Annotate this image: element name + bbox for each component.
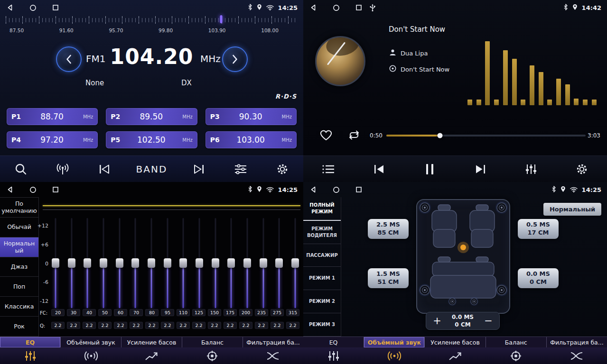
- next-track-button[interactable]: [470, 159, 491, 180]
- eq-slider-knob[interactable]: [116, 258, 123, 268]
- filter-tab-icon[interactable]: [546, 347, 607, 364]
- scan-button[interactable]: [10, 159, 31, 180]
- back-button[interactable]: [6, 3, 14, 12]
- surround-tab-icon[interactable]: [364, 347, 425, 364]
- band-button[interactable]: BAND: [136, 159, 168, 180]
- eq-band-slider[interactable]: [179, 218, 187, 308]
- preset-button[interactable]: P1 88.70 MHz: [7, 108, 98, 125]
- eq-band-slider[interactable]: [115, 218, 124, 308]
- home-button[interactable]: [28, 185, 37, 194]
- preset-button[interactable]: P3 90.30 MHz: [205, 108, 297, 125]
- preset-button[interactable]: P6 103.00 MHz: [205, 131, 297, 148]
- home-button[interactable]: [332, 185, 340, 194]
- eq-band-slider[interactable]: [243, 218, 252, 308]
- audio-tab[interactable]: Фильтрация ба...: [547, 337, 607, 347]
- home-button[interactable]: [28, 3, 37, 12]
- recents-button[interactable]: [51, 185, 60, 194]
- repeat-button[interactable]: [347, 129, 361, 143]
- filter-tab-icon[interactable]: [243, 347, 303, 364]
- eq-band-slider[interactable]: [147, 218, 156, 308]
- audio-tab[interactable]: Усиление басов: [121, 337, 182, 347]
- favorite-button[interactable]: [319, 129, 333, 143]
- audio-tab[interactable]: Баланс: [486, 337, 547, 347]
- audio-tab[interactable]: EQ: [0, 337, 61, 347]
- progress-bar[interactable]: [386, 135, 586, 136]
- recents-button[interactable]: [51, 3, 60, 12]
- eq-preset-item[interactable]: По умолчанию: [0, 198, 38, 218]
- delay-decrease-button[interactable]: −: [482, 316, 495, 326]
- surround-mode-item[interactable]: РЕЖИМ ВОДИТЕЛЯ: [303, 221, 341, 244]
- surround-mode-item[interactable]: ПОЛНЫЙ РЕЖИМ: [303, 197, 341, 221]
- audio-tab[interactable]: Объёмный звук: [364, 337, 425, 347]
- tuner-indicator[interactable]: [220, 15, 222, 23]
- rear-right-delay-button[interactable]: 0.0 MS 0 CM: [518, 268, 559, 288]
- rear-left-delay-button[interactable]: 1.5 MS 51 CM: [368, 268, 409, 288]
- eq-band-slider[interactable]: [131, 218, 140, 308]
- eq-preset-item[interactable]: Нормальный: [0, 237, 38, 257]
- surround-mode-item[interactable]: РЕЖИМ 1: [303, 267, 341, 290]
- eq-slider-knob[interactable]: [100, 258, 107, 268]
- surround-preset-button[interactable]: Нормальный: [543, 203, 601, 216]
- surround-mode-item[interactable]: РЕЖИМ 3: [303, 313, 341, 337]
- settings-gear-button[interactable]: [272, 159, 293, 180]
- eq-slider-knob[interactable]: [164, 258, 171, 268]
- eq-band-slider[interactable]: [211, 218, 220, 308]
- settings-gear-button[interactable]: [571, 159, 592, 180]
- audio-tab[interactable]: EQ: [303, 337, 364, 347]
- back-button[interactable]: [309, 3, 318, 12]
- progress-knob[interactable]: [438, 133, 443, 138]
- eq-band-slider[interactable]: [163, 218, 172, 308]
- eq-band-slider[interactable]: [99, 218, 108, 308]
- eq-slider-knob[interactable]: [196, 258, 203, 268]
- eq-band-slider[interactable]: [195, 218, 204, 308]
- eq-band-slider[interactable]: [275, 218, 283, 308]
- playlist-button[interactable]: [318, 159, 339, 180]
- eq-slider-knob[interactable]: [212, 258, 219, 268]
- recents-button[interactable]: [355, 185, 363, 194]
- equalizer-button[interactable]: [521, 159, 542, 180]
- next-station-button[interactable]: [188, 159, 209, 180]
- preset-button[interactable]: P2 89.50 MHz: [106, 108, 197, 125]
- eq-slider-knob[interactable]: [131, 258, 139, 268]
- eq-slider-knob[interactable]: [275, 258, 283, 268]
- audio-tab[interactable]: Баланс: [182, 337, 243, 347]
- preset-button[interactable]: P4 97.20 MHz: [7, 131, 98, 148]
- back-button[interactable]: [309, 185, 318, 194]
- eq-slider-knob[interactable]: [227, 258, 235, 268]
- bass-boost-tab-icon[interactable]: [121, 347, 182, 364]
- eq-slider-knob[interactable]: [52, 258, 59, 268]
- eq-band-slider[interactable]: [227, 218, 235, 308]
- eq-band-slider[interactable]: [291, 218, 299, 308]
- eq-slider-knob[interactable]: [179, 258, 187, 268]
- previous-station-button[interactable]: [94, 159, 115, 180]
- eq-band-slider[interactable]: [51, 218, 60, 308]
- audio-tab[interactable]: Фильтрация ба...: [243, 337, 303, 347]
- eq-tab-icon[interactable]: [0, 347, 61, 364]
- eq-preset-item[interactable]: Поп: [0, 277, 38, 297]
- front-left-delay-button[interactable]: 2.5 MS 85 CM: [368, 219, 409, 239]
- home-button[interactable]: [332, 3, 340, 12]
- delay-increase-button[interactable]: +: [431, 316, 443, 326]
- tuner-scale[interactable]: 87.5091.6095.7099.80103.90108.00: [6, 16, 297, 38]
- eq-band-slider[interactable]: [67, 218, 76, 308]
- audio-settings-button[interactable]: [230, 159, 251, 180]
- recents-button[interactable]: [355, 3, 363, 12]
- tune-up-button[interactable]: [222, 46, 248, 72]
- back-button[interactable]: [6, 185, 14, 194]
- eq-preset-item[interactable]: Обычай: [0, 218, 38, 237]
- audio-tab[interactable]: Усиление басов: [425, 337, 486, 347]
- eq-slider-knob[interactable]: [291, 258, 299, 268]
- eq-slider-knob[interactable]: [260, 258, 267, 268]
- bass-boost-tab-icon[interactable]: [425, 347, 486, 364]
- balance-tab-icon[interactable]: [182, 347, 243, 364]
- eq-preset-item[interactable]: Рок: [0, 317, 38, 337]
- preset-button[interactable]: P5 102.50 MHz: [106, 131, 197, 148]
- eq-preset-item[interactable]: Джаз: [0, 257, 38, 277]
- surround-tab-icon[interactable]: [61, 347, 121, 364]
- eq-preset-item[interactable]: Классика: [0, 297, 38, 317]
- eq-slider-knob[interactable]: [84, 258, 91, 268]
- eq-band-slider[interactable]: [83, 218, 92, 308]
- balance-tab-icon[interactable]: [486, 347, 546, 364]
- eq-slider-knob[interactable]: [243, 258, 251, 268]
- audio-tab[interactable]: Объёмный звук: [61, 337, 121, 347]
